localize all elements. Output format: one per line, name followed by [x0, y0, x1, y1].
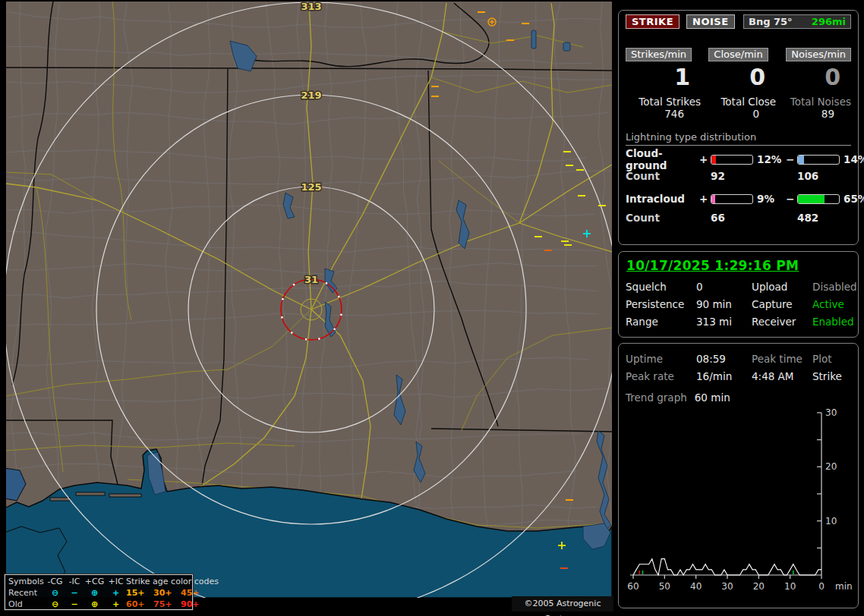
- plot-label: Plot: [812, 353, 851, 365]
- legend-symbol-pic-icon: +: [106, 599, 126, 610]
- ring-label-219: 219: [301, 90, 321, 101]
- range-label: Range: [626, 316, 696, 328]
- legend-col-ncg: -CG: [45, 576, 65, 587]
- legend-age-code: 60+: [126, 599, 153, 610]
- plus-sign: +: [699, 193, 711, 205]
- squelch-label: Squelch: [626, 281, 696, 293]
- total-noises-value: 89: [776, 108, 851, 120]
- persistence-label: Persistence: [626, 298, 696, 310]
- intracloud-label: Intracloud: [626, 193, 699, 205]
- legend-age-label: Old: [8, 599, 45, 610]
- legend-row-old: Old⊖−⊕+60+75+90+: [8, 599, 192, 610]
- legend-symbol-pcg-icon: ⊕: [84, 599, 106, 610]
- minus-sign: −: [786, 193, 797, 205]
- cg-negative-pct: 14%: [840, 153, 864, 165]
- trend-graph-window: 60 min: [695, 391, 730, 404]
- plot-mode-value: Strike: [812, 370, 851, 382]
- cg-negative-count: 106: [797, 170, 840, 182]
- total-close-label: Total Close: [701, 96, 776, 108]
- svg-text:20: 20: [753, 581, 765, 592]
- svg-text:10: 10: [825, 516, 837, 526]
- legend-age-header: Strike age color codes: [126, 576, 207, 587]
- capture-status: Active: [812, 298, 857, 310]
- ic-negative-count: 482: [797, 212, 840, 224]
- legend-age-code: 75+: [153, 599, 181, 610]
- cg-positive-pct: 12%: [753, 153, 786, 165]
- map-legend: Symbols -CG -IC +CG +IC Strike age color…: [5, 574, 193, 610]
- svg-text:20: 20: [825, 461, 837, 472]
- total-noises-label: Total Noises: [776, 96, 851, 108]
- noises-per-min-value: 0: [776, 64, 851, 90]
- plus-sign: +: [699, 153, 711, 165]
- legend-symbol-ncg-icon: ⊖: [45, 599, 65, 610]
- squelch-value: 0: [696, 281, 752, 293]
- peak-time-label: Peak time: [752, 353, 812, 365]
- strike-toggle-button[interactable]: STRIKE: [626, 14, 680, 29]
- ring-label-31: 31: [304, 274, 318, 285]
- bearing-indicator[interactable]: Bng 75° 296mi: [743, 14, 851, 29]
- upload-label: Upload: [752, 281, 812, 293]
- minus-sign: −: [786, 153, 797, 165]
- peak-rate-label: Peak rate: [626, 370, 696, 382]
- legend-age-code: 15+: [126, 587, 153, 599]
- uptime-label: Uptime: [626, 353, 696, 365]
- bearing-distance: 296mi: [812, 15, 846, 28]
- legend-symbol-pic-icon: +: [106, 587, 126, 599]
- total-close-value: 0: [701, 108, 776, 120]
- svg-text:min: min: [835, 581, 853, 592]
- strikes-per-min-value: 1: [626, 64, 701, 90]
- svg-text:40: 40: [690, 581, 702, 592]
- trend-graph-label: Trend graph: [626, 391, 687, 404]
- cloud-ground-label: Cloud-ground: [626, 147, 699, 171]
- ic-positive-count: 66: [711, 212, 753, 224]
- svg-text:0: 0: [818, 581, 825, 592]
- svg-text:60: 60: [627, 581, 639, 592]
- ic-positive-bar: [711, 194, 753, 204]
- persistence-value: 90 min: [696, 298, 752, 310]
- legend-col-nic: -IC: [65, 576, 84, 587]
- legend-age-code: 30+: [153, 587, 181, 599]
- strike-map[interactable]: 31 125 219 313: [6, 2, 612, 598]
- trend-graph: 1020306050403020100min: [626, 407, 853, 595]
- legend-age-code: 90+: [181, 599, 207, 610]
- legend-symbol-ncg-icon: ⊖: [45, 587, 65, 599]
- peak-time-value: 4:48 AM: [752, 370, 812, 382]
- svg-text:30: 30: [721, 581, 733, 592]
- bearing-label: Bng 75°: [749, 15, 793, 28]
- cg-positive-bar: [711, 155, 753, 165]
- legend-age-label: Recent: [8, 587, 45, 599]
- svg-text:10: 10: [784, 581, 796, 592]
- receiver-status: Enabled: [812, 316, 857, 328]
- legend-symbol-nic-icon: −: [65, 587, 84, 599]
- svg-text:30: 30: [825, 407, 837, 418]
- counters-panel: STRIKE NOISE Bng 75° 296mi Strikes/min C…: [618, 10, 859, 245]
- noise-toggle-button[interactable]: NOISE: [686, 14, 735, 29]
- strikes-per-min-chip[interactable]: Strikes/min: [626, 48, 692, 61]
- ic-negative-pct: 65%: [840, 193, 864, 205]
- legend-symbols-header: Symbols: [8, 576, 45, 587]
- status-panel: 10/17/2025 1:29:16 PM Squelch 0 Upload D…: [618, 251, 859, 338]
- legend-col-pic: +IC: [106, 576, 126, 587]
- total-strikes-label: Total Strikes: [626, 96, 701, 108]
- svg-text:50: 50: [659, 581, 670, 592]
- copyright-text: ©2005 Astrogenic Systems: [512, 596, 613, 611]
- capture-label: Capture: [752, 298, 812, 310]
- ring-label-313: 313: [301, 2, 321, 12]
- noises-per-min-chip[interactable]: Noises/min: [786, 48, 851, 61]
- legend-symbol-nic-icon: −: [65, 599, 84, 610]
- datetime-display: 10/17/2025 1:29:16 PM: [626, 256, 851, 278]
- nexstorm-app: { "header": { "strike_label": "STRIKE", …: [0, 0, 864, 616]
- receiver-label: Receiver: [752, 316, 812, 328]
- ic-negative-bar: [797, 194, 840, 204]
- upload-status: Disabled: [812, 281, 857, 293]
- cg-negative-bar: [797, 155, 840, 165]
- ring-label-125: 125: [301, 181, 321, 193]
- distribution-title: Lightning type distribution: [626, 131, 851, 146]
- ic-positive-pct: 9%: [753, 193, 786, 205]
- map-canvas: 31 125 219 313: [6, 2, 612, 598]
- uptime-value: 08:59: [696, 353, 752, 365]
- close-per-min-chip[interactable]: Close/min: [708, 48, 768, 61]
- close-per-min-value: 0: [701, 64, 776, 90]
- cg-count-label: Count: [626, 170, 699, 182]
- cg-positive-count: 92: [711, 170, 753, 182]
